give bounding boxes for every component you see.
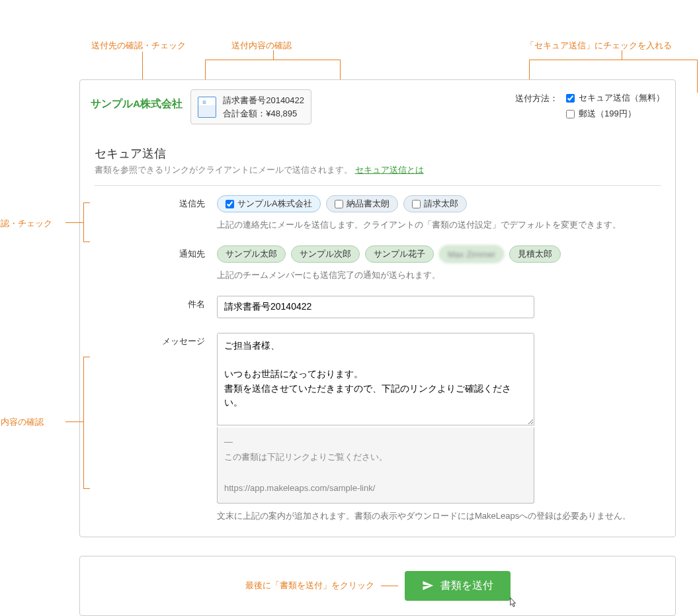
subject-label: 件名 (95, 296, 217, 318)
notify-pill-3[interactable]: Max Zimmer (439, 245, 504, 263)
send-to-option-0[interactable]: サンプルA株式会社 (217, 195, 321, 212)
notify-pill-0[interactable]: サンプル太郎 (217, 245, 286, 263)
annotation-top-2: 送付内容の確認 (231, 40, 292, 52)
message-help: 文末に上記の案内が追加されます。書類の表示やダウンロードにはMakeLeapsへ… (217, 510, 680, 522)
method-post-checkbox[interactable] (566, 110, 575, 118)
document-summary: 請求書番号20140422 合計金額：¥48,895 (190, 89, 311, 124)
cursor-icon (507, 595, 518, 613)
document-icon (198, 97, 216, 118)
send-method-label: 送付方法： (515, 92, 558, 105)
annotation-top-3: 「セキュア送信」にチェックを入れる (526, 40, 672, 52)
document-total: 合計金額：¥48,895 (223, 107, 304, 120)
notify-pill-1[interactable]: サンプル次郎 (291, 245, 360, 263)
message-label: メッセージ (95, 333, 217, 522)
notify-to-label: 通知先 (95, 245, 217, 281)
message-textarea[interactable] (217, 333, 534, 425)
bottom-panel: 最後に「書類を送付」をクリック 書類を送付 (79, 556, 676, 616)
notify-to-help: 上記のチームメンバーにも送信完了の通知が送られます。 (217, 269, 661, 281)
method-secure-send[interactable]: セキュア送信（無料） (566, 92, 665, 104)
subject-input[interactable] (217, 296, 534, 318)
paper-plane-icon (422, 580, 434, 592)
method-post[interactable]: 郵送（199円） (566, 108, 665, 120)
annotation-side-2: メッセージ内容の確認 (0, 416, 44, 428)
notify-pill-4[interactable]: 見積太郎 (509, 245, 561, 263)
annotation-side-1: 送付先の確認・チェック (0, 218, 52, 230)
section-title: セキュア送信 (95, 146, 661, 161)
send-document-button[interactable]: 書類を送付 (405, 571, 511, 601)
secure-send-info-link[interactable]: セキュア送信とは (355, 165, 424, 175)
send-to-option-1[interactable]: 納品書太朗 (326, 195, 398, 212)
notify-pill-2[interactable]: サンプル花子 (365, 245, 434, 263)
document-title: 請求書番号20140422 (223, 94, 304, 107)
main-panel: 送付先の確認・チェック メッセージ内容の確認 サンプルA株式会社 請求書番号20… (79, 79, 676, 537)
annotation-top-1: 送付先の確認・チェック (91, 40, 186, 52)
company-name: サンプルA株式会社 (91, 89, 183, 111)
message-footer: — この書類は下記リンクよりご覧ください。 https://app.makele… (217, 427, 534, 504)
send-to-label: 送信先 (95, 195, 217, 231)
method-secure-checkbox[interactable] (566, 94, 575, 103)
send-to-option-2[interactable]: 請求太郎 (403, 195, 467, 212)
send-to-help: 上記の連絡先にメールを送信します。クライアントの「書類の送付設定」でデフォルトを… (217, 219, 661, 231)
annotation-bottom: 最後に「書類を送付」をクリック (245, 580, 374, 592)
section-desc: 書類を参照できるリンクがクライアントにメールで送信されます。 セキュア送信とは (95, 164, 661, 176)
